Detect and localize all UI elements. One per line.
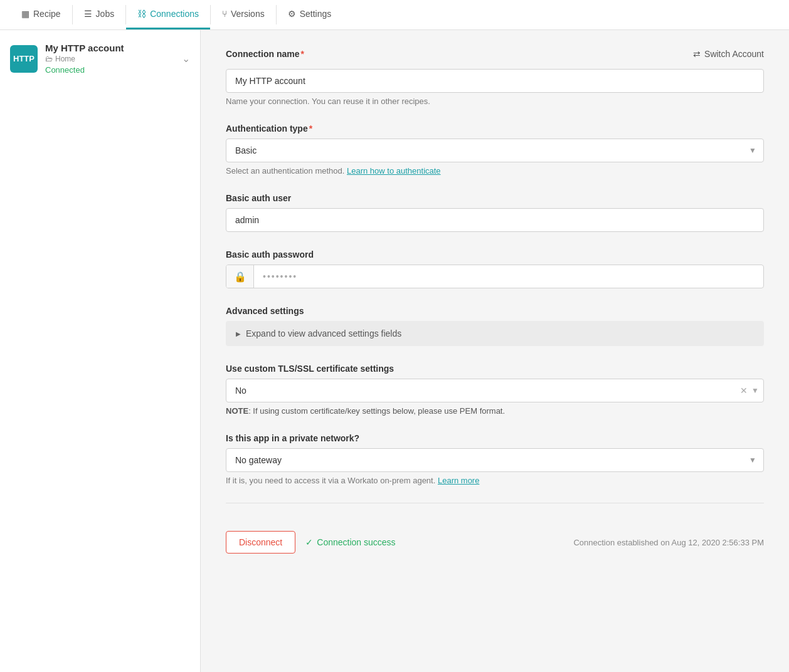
basic-auth-password-section: Basic auth password 🔒 [226, 249, 764, 288]
advanced-settings-section: Advanced settings ▶ Expand to view advan… [226, 306, 764, 346]
auth-type-select-wrapper: Basic ▼ [226, 139, 764, 162]
success-label: Connection success [317, 537, 395, 547]
auth-type-section: Authentication type* Basic ▼ Select an a… [226, 123, 764, 176]
account-card: HTTP My HTTP account 🗁 Home Connected ⌄ [10, 43, 190, 75]
private-network-hint: If it is, you need to access it via a Wo… [226, 476, 764, 485]
basic-auth-user-input[interactable] [226, 208, 764, 232]
check-icon: ✓ [305, 537, 313, 547]
nav-jobs[interactable]: ☰ Jobs [73, 0, 126, 29]
basic-auth-user-section: Basic auth user [226, 193, 764, 232]
switch-icon: ⇄ [693, 49, 701, 59]
learn-auth-link[interactable]: Learn how to authenticate [347, 166, 441, 176]
section-divider [226, 503, 764, 503]
switch-account-button[interactable]: ⇄ Switch Account [693, 49, 764, 59]
nav-versions-label: Versions [231, 9, 265, 19]
main-layout: HTTP My HTTP account 🗁 Home Connected ⌄ … [0, 30, 789, 672]
nav-recipe-label: Recipe [33, 9, 61, 19]
tls-select[interactable]: No [226, 379, 764, 402]
private-network-select-wrapper: No gateway ▼ [226, 448, 764, 472]
auth-type-select[interactable]: Basic [226, 139, 764, 162]
versions-icon: ⑂ [222, 9, 227, 19]
jobs-icon: ☰ [84, 9, 92, 19]
basic-auth-user-label: Basic auth user [226, 193, 764, 203]
private-network-select[interactable]: No gateway [226, 448, 764, 472]
triangle-right-icon: ▶ [236, 330, 241, 337]
account-info: My HTTP account 🗁 Home Connected [45, 43, 174, 75]
nav-connections-label: Connections [150, 9, 199, 19]
settings-icon: ⚙ [288, 9, 296, 19]
advanced-settings-label: Advanced settings [226, 306, 764, 316]
connection-name-label: Connection name* [226, 49, 304, 59]
password-field-wrapper: 🔒 [226, 265, 764, 288]
learn-more-link[interactable]: Learn more [438, 476, 479, 485]
advanced-settings-toggle[interactable]: ▶ Expand to view advanced settings field… [226, 321, 764, 346]
connection-established-message: Connection established on Aug 12, 2020 2… [573, 538, 764, 547]
nav-connections[interactable]: ⛓ Connections [126, 0, 210, 29]
folder-icon: 🗁 [45, 55, 53, 63]
switch-account-label: Switch Account [704, 49, 764, 59]
private-network-section: Is this app in a private network? No gat… [226, 433, 764, 485]
tls-section: Use custom TLS/SSL certificate settings … [226, 364, 764, 416]
connection-name-header: Connection name* ⇄ Switch Account [226, 49, 764, 64]
connection-name-section: Connection name* ⇄ Switch Account Name y… [226, 49, 764, 106]
disconnect-button[interactable]: Disconnect [226, 531, 295, 554]
nav-versions[interactable]: ⑂ Versions [211, 0, 276, 29]
connection-status: Connected [45, 65, 174, 75]
connection-success-message: ✓ Connection success [305, 537, 395, 547]
nav-settings[interactable]: ⚙ Settings [277, 0, 343, 29]
nav-jobs-label: Jobs [96, 9, 115, 19]
http-badge: HTTP [10, 45, 38, 73]
tls-note: NOTE: If using custom certificate/key se… [226, 406, 764, 416]
account-home: 🗁 Home [45, 55, 174, 63]
top-navigation: ▦ Recipe ☰ Jobs ⛓ Connections ⑂ Versions… [0, 0, 789, 30]
tls-label: Use custom TLS/SSL certificate settings [226, 364, 764, 374]
lock-icon: 🔒 [226, 265, 254, 288]
basic-auth-password-label: Basic auth password [226, 249, 764, 260]
connection-name-hint: Name your connection. You can reuse it i… [226, 97, 764, 106]
sidebar: HTTP My HTTP account 🗁 Home Connected ⌄ [0, 30, 201, 672]
connections-icon: ⛓ [137, 9, 146, 19]
auth-type-label: Authentication type* [226, 123, 764, 134]
main-content: Connection name* ⇄ Switch Account Name y… [201, 30, 789, 672]
basic-auth-password-input[interactable] [254, 265, 763, 288]
private-network-label: Is this app in a private network? [226, 433, 764, 443]
account-name: My HTTP account [45, 43, 174, 53]
connection-name-input[interactable] [226, 69, 764, 93]
nav-recipe[interactable]: ▦ Recipe [10, 0, 72, 29]
auth-type-hint: Select an authentication method. Learn h… [226, 166, 764, 176]
footer-actions: Disconnect ✓ Connection success Connecti… [226, 521, 764, 564]
nav-settings-label: Settings [300, 9, 332, 19]
advanced-settings-toggle-label: Expand to view advanced settings fields [246, 328, 401, 339]
chevron-down-icon[interactable]: ⌄ [182, 53, 190, 65]
tls-select-wrapper: No ✕ ▼ [226, 379, 764, 402]
recipe-icon: ▦ [21, 9, 29, 19]
chevron-down-icon: ▼ [751, 386, 759, 395]
clear-icon[interactable]: ✕ [740, 386, 748, 396]
